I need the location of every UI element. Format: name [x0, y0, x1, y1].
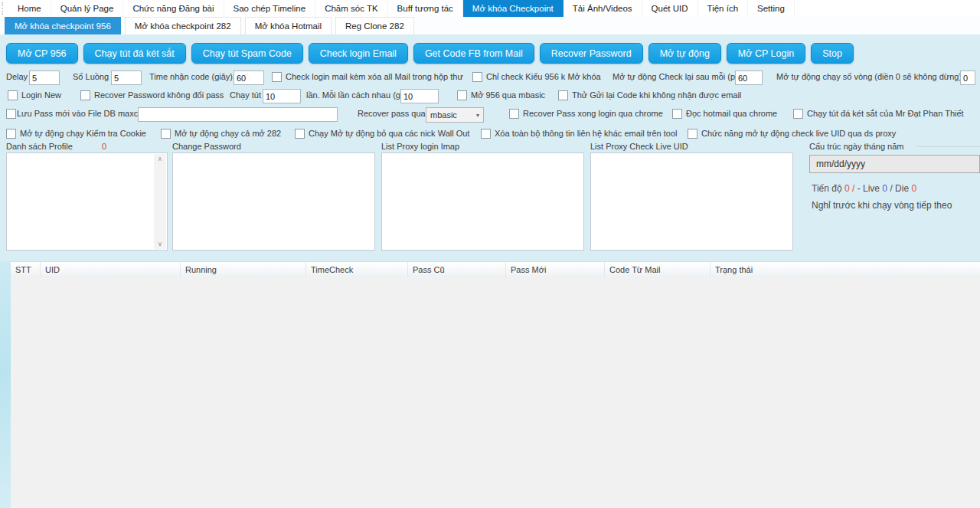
tab-tien-ich[interactable]: Tiện ích — [698, 0, 748, 17]
column-header-uid[interactable]: UID — [41, 262, 181, 277]
checkbox-chay-tut-mr-dat-label: Chạy tút đá két sắt của Mr Đạt Phan Thiế… — [807, 109, 964, 118]
tab-quet-uid[interactable]: Quét UID — [642, 0, 698, 17]
column-header-timecheck[interactable]: TimeCheck — [306, 262, 408, 277]
groupbox-border — [917, 146, 980, 147]
button-chay-tut-da-ket-sat[interactable]: Chạy tút đá két sắt — [83, 43, 186, 64]
progress-status: Tiến độ 0 / - Live 0 / Die 0 — [812, 183, 916, 194]
tab-home[interactable]: Home — [8, 0, 51, 17]
button-mo-tu-dong[interactable]: Mở tự động — [648, 43, 721, 64]
checkbox-mo-956-mbasic[interactable] — [457, 90, 467, 100]
delay-input[interactable] — [29, 70, 60, 85]
main-tab-bar: Home Quản lý Page Chức năng Đăng bài Sao… — [0, 0, 980, 18]
checkbox-luu-pass-moi-label: Lưu Pass mới vào File DB maxcare — [17, 109, 150, 118]
change-password-textarea[interactable] — [172, 152, 375, 251]
column-header-pass-moi[interactable]: Pass Mới — [506, 262, 605, 277]
tab-sao-chep-timeline[interactable]: Sao chép Timeline — [224, 0, 316, 17]
subtab-mo-khoa-checkpoint-956[interactable]: Mở khóa checkpoint 956 — [5, 17, 121, 34]
subtab-mo-khoa-checkpoint-282[interactable]: Mở khóa checkpoint 282 — [125, 17, 241, 34]
button-chay-tut-spam-code[interactable]: Chạy tút Spam Code — [191, 43, 303, 64]
tab-setting[interactable]: Setting — [748, 0, 795, 17]
check-lai-input[interactable] — [735, 70, 763, 85]
checkbox-chay-tut-mr-dat[interactable] — [793, 109, 803, 119]
button-recover-password[interactable]: Recover Password — [540, 43, 643, 64]
profile-list-label: Danh sách Profile — [6, 142, 73, 151]
checkbox-recover-khong-doi-pass[interactable] — [80, 90, 90, 100]
results-table: STT UID Running TimeCheck Pass Cũ Pass M… — [11, 261, 980, 508]
toolbar-grip-icon — [2, 2, 6, 15]
chevron-down-icon[interactable]: ∨ — [158, 239, 162, 249]
die-label: Die — [895, 183, 909, 194]
checkbox-thu-gui-lai-code-label: Thử Gửi lại Code khi không nhận được ema… — [572, 90, 741, 100]
proxy-imap-label: List Proxy login Imap — [381, 142, 459, 151]
button-stop[interactable]: Stop — [811, 43, 854, 64]
tab-buff-tuong-tac[interactable]: Buff tương tác — [388, 0, 463, 17]
button-check-login-email[interactable]: Check login Email — [309, 43, 408, 64]
app-window: Home Quản lý Page Chức năng Đăng bài Sao… — [0, 0, 980, 508]
so-vong-label: Mở tự động chạy số vòng (điền 0 sẽ không… — [776, 72, 962, 81]
checkbox-luu-pass-moi[interactable] — [6, 109, 16, 119]
checkbox-bo-qua-wall-out[interactable] — [295, 129, 305, 139]
checkbox-chi-check-956[interactable] — [472, 72, 482, 82]
column-header-running[interactable]: Running — [181, 262, 306, 277]
tab-quan-ly-page[interactable]: Quản lý Page — [51, 0, 124, 17]
scrollbar[interactable]: ∧ ∨ — [154, 154, 166, 249]
checkbox-recover-login-chrome[interactable] — [509, 109, 519, 119]
checkbox-login-new[interactable] — [8, 90, 18, 100]
time-nhan-code-input[interactable] — [234, 70, 264, 85]
tab-tai-anh-videos[interactable]: Tải Ảnh/Videos — [564, 0, 642, 17]
proxy-live-label: List Proxy Check Live UID — [590, 142, 688, 151]
so-luong-label: Số Luồng — [73, 72, 109, 81]
checkbox-check-login-mail-label: Check login mail kèm xóa all Mail trong … — [286, 72, 463, 81]
chay-tut-input[interactable] — [263, 89, 301, 103]
control-row-2: Login New Recover Password không đổi pas… — [0, 89, 980, 104]
tab-chuc-nang-dang-bai[interactable]: Chức năng Đăng bài — [123, 0, 224, 17]
column-header-pass-cu[interactable]: Pass Cũ — [408, 262, 506, 277]
chay-tut-label: Chạy tút — [230, 90, 261, 100]
delay-label: Delay — [6, 72, 28, 81]
checkbox-check-login-mail[interactable] — [272, 72, 282, 82]
checkbox-mo-956-mbasic-label: Mở 956 qua mbasic — [471, 90, 545, 100]
checkbox-recover-login-chrome-label: Recover Pass xong login qua chrome — [523, 109, 663, 118]
separator: / — [852, 183, 854, 194]
recover-pass-qua-select[interactable]: mbasic ▾ — [426, 107, 484, 123]
column-header-stt[interactable]: STT — [11, 262, 41, 277]
checkbox-doc-hotmail-chrome[interactable] — [672, 109, 682, 119]
checkbox-ca-mo-282[interactable] — [161, 129, 171, 139]
checkbox-kiem-tra-cookie-label: Mở tự động chạy Kiểm tra Cookie — [20, 129, 146, 138]
chevron-down-icon: ▾ — [476, 112, 479, 119]
column-header-trang-thai[interactable]: Trạng thái — [710, 262, 980, 277]
control-row-1: Delay Số Luồng Time nhận code (giây) Che… — [0, 70, 980, 86]
date-format-value: mm/dd/yyyy — [816, 159, 865, 169]
proxy-live-textarea[interactable] — [590, 152, 793, 251]
button-get-code-fb-from-mail[interactable]: Get Code FB from Mail — [413, 43, 534, 64]
profile-list-textarea[interactable]: ∧ ∨ — [6, 152, 168, 251]
checkbox-ca-mo-282-label: Mở tự động chạy cả mở 282 — [175, 129, 281, 138]
button-mo-cp-login[interactable]: Mở CP Login — [727, 43, 805, 64]
column-header-code-tu-mail[interactable]: Code Từ Mail — [605, 262, 710, 277]
button-mo-cp-956[interactable]: Mở CP 956 — [6, 43, 78, 64]
checkbox-recover-khong-doi-pass-label: Recover Password không đổi pass — [94, 90, 224, 100]
so-vong-input[interactable] — [960, 70, 975, 85]
table-header: STT UID Running TimeCheck Pass Cũ Pass M… — [11, 261, 980, 278]
table-body[interactable] — [11, 277, 980, 508]
chevron-up-icon[interactable]: ∧ — [158, 154, 162, 164]
checkbox-xoa-thong-tin[interactable] — [481, 129, 491, 139]
checkbox-check-live-proxy[interactable] — [688, 129, 697, 139]
tien-do-value: 0 — [844, 183, 850, 194]
subtab-mo-khoa-hotmail[interactable]: Mở khóa Hotmail — [245, 17, 332, 34]
sub-tab-bar: Mở khóa checkpoint 956 Mở khóa checkpoin… — [0, 17, 980, 34]
checkbox-kiem-tra-cookie[interactable] — [6, 129, 16, 139]
luu-pass-file-input[interactable] — [138, 107, 338, 122]
action-button-row: Mở CP 956 Chạy tút đá két sắt Chạy tút S… — [6, 43, 854, 64]
subtab-reg-clone-282[interactable]: Reg Clone 282 — [335, 17, 414, 34]
checkbox-thu-gui-lai-code[interactable] — [558, 90, 568, 100]
so-luong-input[interactable] — [111, 70, 142, 85]
separator: / — [890, 183, 892, 194]
date-format-input[interactable]: mm/dd/yyyy — [809, 155, 980, 173]
live-label: Live — [863, 183, 880, 194]
cach-nhau-input[interactable] — [400, 89, 439, 103]
tab-cham-soc-tk[interactable]: Chăm sóc TK — [315, 0, 387, 17]
tab-mo-khoa-checkpoint[interactable]: Mở khóa Checkpoint — [463, 0, 564, 17]
die-value: 0 — [911, 183, 916, 194]
proxy-imap-textarea[interactable] — [381, 152, 584, 251]
